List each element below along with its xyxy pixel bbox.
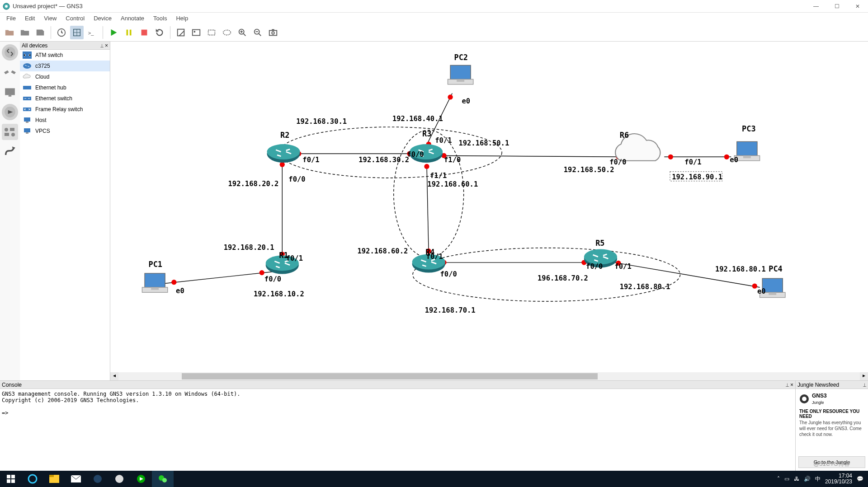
- svg-point-25: [11, 133, 15, 136]
- tray-battery-icon[interactable]: ▭: [784, 476, 789, 482]
- add-link-icon[interactable]: [2, 144, 18, 160]
- svg-text:192.168.80.1: 192.168.80.1: [620, 283, 670, 291]
- svg-text:f0/1: f0/1: [614, 262, 631, 271]
- svg-rect-116: [7, 475, 10, 478]
- svg-text:192.168.60.1: 192.168.60.1: [427, 180, 478, 188]
- menu-annotate[interactable]: Annotate: [116, 14, 149, 23]
- export-icon[interactable]: [33, 26, 47, 39]
- canvas-hscroll[interactable]: ◂ ▸: [110, 372, 868, 380]
- note-icon[interactable]: [174, 26, 188, 39]
- taskbar-mail-icon[interactable]: [65, 471, 87, 487]
- start-button[interactable]: [0, 471, 22, 487]
- taskbar-app2-icon[interactable]: [108, 471, 130, 487]
- node-pc1[interactable]: [142, 273, 167, 292]
- reload-icon[interactable]: [153, 26, 166, 39]
- device-ethernet-hub[interactable]: Ethernet hub: [20, 82, 110, 93]
- svg-line-48: [441, 155, 626, 157]
- taskbar-wechat-icon[interactable]: [152, 471, 174, 487]
- menu-help[interactable]: Help: [171, 14, 193, 23]
- svg-text:192.168.30.1: 192.168.30.1: [296, 117, 347, 126]
- screenshot-icon[interactable]: [266, 26, 280, 39]
- svg-point-22: [5, 128, 8, 131]
- console-output[interactable]: GNS3 management console. Running GNS3 ve…: [0, 389, 795, 471]
- all-devices-category[interactable]: [2, 124, 18, 140]
- zoom-in-icon[interactable]: [236, 26, 249, 39]
- windows-taskbar[interactable]: ˄ ▭ 🖧 🔊 中 17:04 2019/10/23 💬: [0, 471, 868, 487]
- svg-point-52: [171, 280, 176, 285]
- maximize-button[interactable]: ☐: [826, 0, 847, 13]
- tray-ime[interactable]: 中: [815, 475, 821, 483]
- svg-text:192.168.20.1: 192.168.20.1: [224, 244, 274, 252]
- image-icon[interactable]: [189, 26, 203, 39]
- svg-text:f0/1: f0/1: [435, 136, 452, 145]
- topology-canvas[interactable]: PC1 PC2 PC3 PC4 R1 R2 R3 R4 R5 R6 e0 e0 …: [110, 42, 868, 380]
- stop-icon[interactable]: [137, 26, 151, 39]
- device-ethernet-switch[interactable]: Ethernet switch: [20, 93, 110, 104]
- console-controls[interactable]: ⟂ ×: [786, 382, 793, 388]
- svg-text:f1/1: f1/1: [430, 172, 447, 180]
- svg-text:f0/0: f0/0: [288, 175, 305, 183]
- menu-file[interactable]: File: [2, 14, 20, 23]
- end-devices-category[interactable]: [2, 84, 18, 100]
- ellipse-icon[interactable]: [220, 26, 234, 39]
- zoom-out-icon[interactable]: [251, 26, 264, 39]
- svg-point-16: [272, 32, 274, 34]
- device-cloud[interactable]: Cloud: [20, 71, 110, 82]
- device-frame-relay[interactable]: Frame Relay switch: [20, 104, 110, 115]
- device-vpcs[interactable]: VPCS: [20, 126, 110, 136]
- gns3-logo-icon: [799, 394, 809, 404]
- svg-rect-24: [5, 133, 9, 136]
- taskbar-edge-icon[interactable]: [22, 471, 43, 487]
- svg-text:192.168.50.1: 192.168.50.1: [458, 139, 509, 147]
- device-panel-title: All devices: [22, 42, 47, 49]
- tray-clock[interactable]: 17:04 2019/10/23: [825, 473, 852, 485]
- svg-rect-23: [10, 128, 14, 131]
- menu-device[interactable]: Device: [89, 14, 116, 23]
- device-panel-controls[interactable]: ⟂ ×: [100, 42, 108, 49]
- newsfeed-controls[interactable]: ⟂: [863, 382, 866, 388]
- play-icon[interactable]: [107, 26, 120, 39]
- save-folder-icon[interactable]: [18, 26, 32, 39]
- svg-text:f0/1: f0/1: [302, 156, 319, 164]
- device-host[interactable]: Host: [20, 115, 110, 126]
- security-category[interactable]: [2, 104, 18, 120]
- clock-icon[interactable]: [55, 26, 68, 39]
- menu-control[interactable]: Control: [61, 14, 89, 23]
- svg-text:PC2: PC2: [454, 53, 468, 62]
- svg-point-59: [448, 94, 453, 99]
- taskbar-app1-icon[interactable]: [87, 471, 108, 487]
- minimize-button[interactable]: —: [806, 0, 826, 13]
- node-r2[interactable]: [267, 144, 300, 163]
- node-pc2[interactable]: [448, 65, 473, 84]
- newsfeed-title: Jungle Newsfeed: [797, 382, 839, 388]
- open-folder-icon[interactable]: [3, 26, 16, 39]
- device-panel: All devices ⟂ × ATM switch c3725 Cloud E…: [20, 42, 110, 380]
- svg-text:PC1: PC1: [149, 260, 163, 269]
- switches-category[interactable]: [2, 64, 18, 80]
- tray-network-icon[interactable]: 🖧: [794, 476, 799, 482]
- menu-view[interactable]: View: [39, 14, 61, 23]
- close-button[interactable]: ✕: [847, 0, 868, 13]
- tray-chevron-up-icon[interactable]: ˄: [777, 476, 780, 482]
- console-icon[interactable]: >_: [85, 26, 99, 39]
- snap-grid-icon[interactable]: [70, 26, 84, 39]
- pause-icon[interactable]: [122, 26, 136, 39]
- tray-volume-icon[interactable]: 🔊: [804, 476, 811, 482]
- app-logo: [3, 3, 10, 10]
- device-c3725[interactable]: c3725: [20, 61, 110, 71]
- tray-notifications-icon[interactable]: 💬: [857, 476, 863, 482]
- taskbar-app3-icon[interactable]: [130, 471, 152, 487]
- menubar: File Edit View Control Device Annotate T…: [0, 13, 868, 23]
- svg-text:f1/0: f1/0: [444, 156, 461, 164]
- svg-rect-118: [7, 479, 10, 483]
- menu-tools[interactable]: Tools: [149, 14, 171, 23]
- device-atm-switch[interactable]: ATM switch: [20, 50, 110, 61]
- device-category-bar: [0, 42, 20, 380]
- svg-rect-8: [178, 29, 184, 36]
- menu-edit[interactable]: Edit: [20, 14, 39, 23]
- rect-icon[interactable]: [205, 26, 218, 39]
- svg-point-1: [5, 5, 8, 8]
- routers-category[interactable]: [2, 44, 18, 61]
- svg-point-60: [424, 164, 429, 169]
- taskbar-explorer-icon[interactable]: [43, 471, 65, 487]
